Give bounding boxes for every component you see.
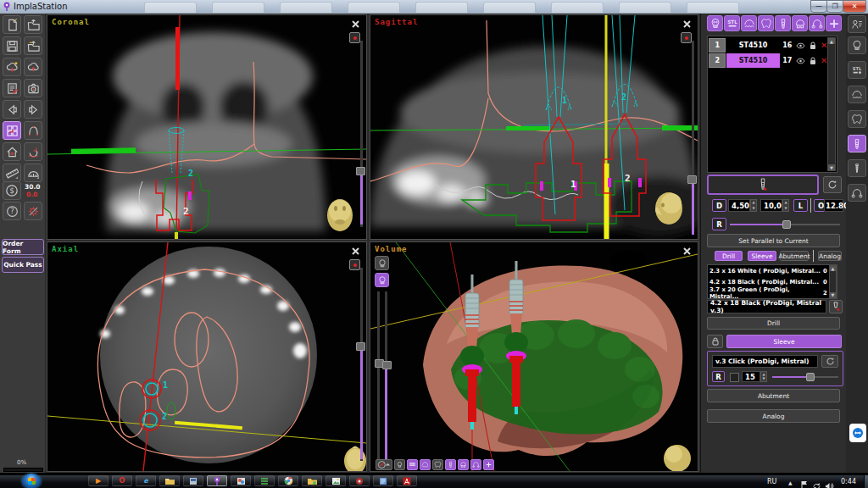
- coronal-sagittal-plane-handle[interactable]: [175, 27, 180, 90]
- sagittal-view-canvas[interactable]: 1 2 1 2: [370, 15, 698, 239]
- taskbar-icon-shared-folder[interactable]: [302, 475, 322, 486]
- drill-list-scrollbar[interactable]: ▲ ▼: [829, 265, 837, 298]
- offset-value[interactable]: 12.80: [824, 199, 843, 212]
- implant-row[interactable]: 1 ST4510 16 ✕: [709, 38, 829, 53]
- visibility-eye-icon[interactable]: [795, 38, 807, 53]
- analog-button[interactable]: Analog: [707, 409, 840, 423]
- sagittal-record-icon[interactable]: [681, 32, 692, 43]
- minimize-button[interactable]: —: [810, 0, 827, 13]
- diameter-stepper[interactable]: ▲▼: [750, 199, 757, 212]
- taskbar-icon-viewer[interactable]: [183, 475, 203, 486]
- volume-threshold-slider-2-handle[interactable]: [382, 361, 392, 369]
- price-button[interactable]: $: [3, 181, 21, 200]
- taskbar-icon-implastation[interactable]: [207, 475, 227, 486]
- sleeve-lock-button[interactable]: [707, 335, 723, 348]
- add-implant-icon[interactable]: [826, 15, 842, 31]
- volume-denture-toggle[interactable]: [458, 459, 469, 470]
- sidebar-tooth-button[interactable]: [848, 110, 866, 128]
- tray-expand-icon[interactable]: ▲: [788, 480, 793, 485]
- orientation-head-side[interactable]: [655, 192, 682, 225]
- sidebar-screw-button[interactable]: [848, 159, 866, 177]
- start-button[interactable]: [22, 474, 41, 488]
- set-parallel-button[interactable]: Set Parallel to Current: [707, 234, 840, 247]
- volume-threshold-slider-2[interactable]: [385, 291, 387, 368]
- protractor-button[interactable]: [24, 164, 42, 182]
- implant-row[interactable]: 2 ST4510 17 ✕: [709, 53, 829, 68]
- tab-analog[interactable]: Analog: [818, 251, 842, 261]
- stl-icon[interactable]: STL: [724, 15, 740, 31]
- settings-button[interactable]: [24, 202, 42, 220]
- taskbar-icon-recorder[interactable]: [349, 475, 370, 486]
- volume-close-icon[interactable]: [682, 246, 693, 257]
- rotation-slider-handle[interactable]: [782, 220, 791, 229]
- panoramic-curve-button[interactable]: [24, 121, 42, 140]
- sleeve-depth-stepper[interactable]: ▲▼: [760, 371, 767, 382]
- orientation-reset-button[interactable]: [376, 459, 392, 470]
- axial-close-icon[interactable]: [350, 246, 361, 257]
- cloud-download-button[interactable]: [3, 58, 21, 76]
- drill-tool-icon-button[interactable]: [829, 300, 843, 313]
- tab-drill[interactable]: Drill: [715, 251, 743, 261]
- window-titlebar[interactable]: ImplaStation — ❐ ✕: [0, 0, 868, 14]
- cloud-upload-button[interactable]: [24, 58, 42, 76]
- drill-apply-button[interactable]: Drill: [707, 317, 840, 330]
- sagittal-coronal-plane-handle[interactable]: [604, 164, 609, 239]
- help-button[interactable]: ?: [3, 202, 21, 220]
- volume-tray-icon[interactable]: [825, 478, 834, 488]
- drill-list-item[interactable]: 3.7 x 20 Green ( ProDigi, Mistral... 2 ✕: [708, 287, 837, 298]
- volume-viewport[interactable]: Volume: [370, 241, 698, 472]
- ruler-button[interactable]: [3, 164, 21, 182]
- order-form-button[interactable]: Order Form: [2, 239, 44, 255]
- volume-skin-visibility-button[interactable]: [375, 273, 389, 287]
- drill-list-item[interactable]: 2.3 x 16 White ( ProDigi, Mistral... 0 ✕: [708, 265, 837, 276]
- volume-scan-visibility-button[interactable]: [375, 256, 389, 270]
- lock-icon[interactable]: [808, 53, 819, 68]
- redo-button[interactable]: [24, 100, 42, 119]
- coronal-slice-slider-handle[interactable]: [356, 167, 365, 175]
- teeth-row-icon[interactable]: [741, 15, 757, 31]
- language-indicator[interactable]: RU: [767, 478, 776, 485]
- reset-view-button[interactable]: [3, 142, 21, 161]
- sleeve-depth-value[interactable]: 15: [742, 371, 760, 382]
- abutment-button[interactable]: Abutment: [707, 389, 840, 402]
- export-project-button[interactable]: [24, 36, 42, 55]
- taskbar-icon-task-list[interactable]: [254, 475, 275, 486]
- axial-viewport[interactable]: 1 2 Axial: [47, 241, 367, 472]
- tooth-icon[interactable]: [758, 15, 774, 31]
- taskbar-icon-paint[interactable]: [231, 475, 251, 486]
- drill-select[interactable]: 4.2 x 18 Black (ProDigi, Mistral v.3): [707, 300, 826, 313]
- taskbar-icon-chrome[interactable]: [278, 475, 298, 486]
- sidebar-arch-button[interactable]: [848, 184, 866, 202]
- quick-pass-button[interactable]: Quick Pass: [2, 257, 44, 273]
- axial-view-canvas[interactable]: 1 2: [47, 242, 366, 471]
- taskbar-icon-explorer[interactable]: [159, 475, 180, 486]
- volume-implant-toggle[interactable]: [445, 459, 456, 470]
- denture-icon[interactable]: [792, 15, 808, 31]
- sagittal-slice-slider-handle[interactable]: [687, 175, 697, 184]
- implant-row-name[interactable]: ST4510: [726, 53, 779, 68]
- refresh-implant-button[interactable]: [823, 176, 842, 193]
- coronal-close-icon[interactable]: [350, 19, 361, 30]
- skull-icon[interactable]: [707, 15, 723, 31]
- sleeve-refresh-button[interactable]: [821, 355, 838, 368]
- undo-button[interactable]: [3, 100, 21, 119]
- sidebar-implant-button[interactable]: [848, 135, 866, 152]
- implant-list-scrollbar[interactable]: ▲ ▼: [827, 37, 836, 171]
- sidebar-skull-button[interactable]: [848, 36, 866, 54]
- taskbar-icon-photo-viewer[interactable]: [326, 475, 346, 486]
- lock-icon[interactable]: [808, 38, 819, 53]
- action-center-flag-icon[interactable]: [800, 477, 809, 488]
- patient-info-button[interactable]: [848, 15, 866, 33]
- diameter-value[interactable]: 4,50: [728, 199, 750, 212]
- volume-view-canvas[interactable]: [370, 242, 698, 471]
- length-stepper[interactable]: ▲▼: [782, 199, 789, 212]
- sleeve-header-button[interactable]: Sleeve: [726, 335, 842, 348]
- maximize-button[interactable]: ❐: [826, 0, 843, 13]
- volume-tooth-toggle[interactable]: [432, 459, 443, 470]
- coronal-record-icon[interactable]: [349, 32, 360, 43]
- rotation-slider[interactable]: [786, 224, 840, 225]
- sleeve-slider-handle[interactable]: [806, 373, 815, 381]
- taskbar-icon-acrobat[interactable]: [397, 475, 417, 486]
- snapshot-button[interactable]: [24, 79, 42, 97]
- sidebar-stl-button[interactable]: STL: [848, 61, 866, 79]
